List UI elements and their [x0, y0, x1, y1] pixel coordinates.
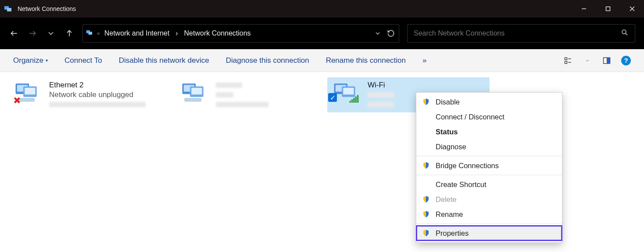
breadcrumb-parent[interactable]: Network and Internet	[103, 29, 172, 37]
help-button[interactable]: ?	[621, 56, 631, 65]
svg-rect-24	[18, 98, 35, 102]
window-title: Network Connections	[18, 5, 572, 12]
forward-button[interactable]	[27, 28, 38, 39]
svg-rect-35	[343, 88, 354, 94]
redacted-text	[216, 92, 233, 97]
maximize-button[interactable]	[596, 0, 620, 18]
svg-line-12	[626, 33, 627, 35]
rename-button[interactable]: Rename this connection	[326, 56, 406, 65]
svg-rect-15	[565, 61, 567, 63]
svg-rect-10	[89, 32, 92, 35]
svg-point-11	[622, 30, 626, 34]
view-dropdown[interactable]	[583, 56, 592, 65]
back-button[interactable]	[9, 28, 19, 39]
svg-rect-19	[607, 58, 610, 63]
redacted-text	[49, 102, 146, 107]
menu-disable[interactable]: Disable	[416, 94, 562, 109]
svg-rect-38	[353, 98, 354, 103]
close-button[interactable]	[620, 0, 644, 18]
menu-separator	[416, 175, 562, 175]
organize-menu[interactable]: Organize▾	[13, 56, 48, 65]
svg-rect-37	[351, 99, 353, 103]
shield-icon	[422, 229, 430, 238]
search-box[interactable]	[407, 24, 635, 43]
menu-status[interactable]: Status	[416, 124, 562, 139]
network-icon	[178, 81, 211, 105]
connection-name: Wi-Fi	[368, 81, 394, 90]
redacted-text	[216, 83, 242, 88]
redacted-text	[368, 92, 394, 97]
menu-diagnose[interactable]: Diagnose	[416, 139, 562, 154]
menu-delete: Delete	[416, 192, 562, 207]
up-button[interactable]	[64, 28, 75, 39]
view-options-button[interactable]	[563, 56, 573, 65]
ethernet-icon	[11, 81, 45, 105]
redacted-text	[216, 102, 268, 107]
svg-rect-30	[191, 88, 202, 94]
search-input[interactable]	[414, 29, 621, 37]
svg-rect-39	[355, 97, 357, 103]
redacted-text	[368, 102, 394, 107]
shield-icon	[422, 97, 430, 106]
titlebar: Network Connections	[0, 0, 644, 18]
shield-icon	[422, 195, 430, 204]
menu-separator	[416, 156, 562, 156]
connection-name: Ethernet 2	[49, 81, 146, 90]
shield-icon	[422, 210, 430, 219]
context-menu: Disable Connect / Disconnect Status Diag…	[416, 92, 562, 243]
svg-rect-1	[7, 8, 11, 11]
search-icon[interactable]	[621, 29, 629, 38]
command-bar: Organize▾ Connect To Disable this networ…	[0, 49, 644, 72]
connection-status: Network cable unplugged	[49, 90, 146, 99]
svg-rect-23	[25, 88, 35, 94]
svg-rect-3	[606, 7, 610, 11]
recent-dropdown[interactable]	[46, 28, 56, 39]
shield-icon	[422, 161, 430, 170]
location-icon	[86, 28, 94, 39]
window-icon	[4, 4, 14, 14]
diagnose-button[interactable]: Diagnose this connection	[226, 56, 309, 65]
breadcrumb-current[interactable]: Network Connections	[182, 29, 253, 37]
overflow-button[interactable]: »	[422, 56, 426, 65]
menu-create-shortcut[interactable]: Create Shortcut	[416, 177, 562, 192]
connection-ethernet2[interactable]: Ethernet 2 Network cable unplugged	[9, 77, 171, 112]
connect-to-button[interactable]: Connect To	[64, 56, 102, 65]
svg-rect-13	[565, 58, 567, 60]
svg-rect-40	[357, 95, 358, 103]
svg-rect-36	[350, 101, 351, 103]
disable-device-button[interactable]: Disable this network device	[119, 56, 209, 65]
menu-rename[interactable]: Rename	[416, 207, 562, 222]
preview-pane-button[interactable]	[602, 56, 612, 65]
svg-rect-31	[184, 98, 201, 102]
navbar: « Network and Internet › Network Connect…	[0, 18, 644, 49]
selected-check-icon: ✓	[328, 93, 337, 102]
address-bar[interactable]: « Network and Internet › Network Connect…	[82, 24, 399, 43]
menu-separator	[416, 223, 562, 224]
refresh-button[interactable]	[386, 29, 396, 37]
menu-properties[interactable]: Properties	[416, 226, 562, 241]
chevron-right-icon: ›	[174, 29, 179, 37]
history-chevron-icon[interactable]: «	[97, 30, 100, 36]
address-dropdown[interactable]	[372, 30, 383, 37]
minimize-button[interactable]	[572, 0, 596, 18]
connection-item[interactable]	[175, 77, 323, 112]
menu-bridge[interactable]: Bridge Connections	[416, 158, 562, 173]
menu-connect-disconnect[interactable]: Connect / Disconnect	[416, 109, 562, 124]
wifi-icon: ✓	[330, 81, 363, 105]
